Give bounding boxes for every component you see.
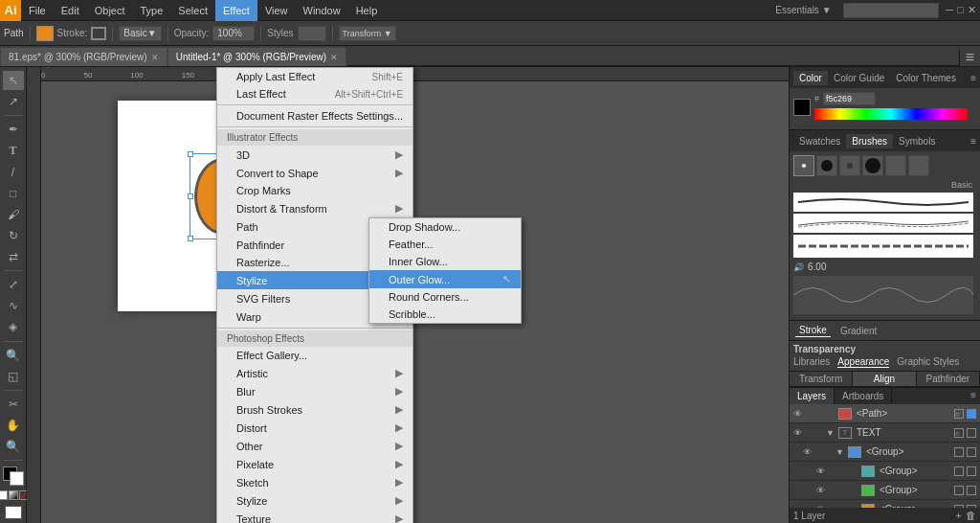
layer-vis-g3[interactable] bbox=[954, 486, 964, 495]
fill-color[interactable] bbox=[36, 26, 54, 41]
gradient-tool[interactable]: ◱ bbox=[3, 367, 24, 386]
scale-tool[interactable]: ⤢ bbox=[3, 275, 24, 294]
scribble[interactable]: Scribble... bbox=[369, 306, 521, 323]
foreground-swatch[interactable] bbox=[793, 99, 811, 116]
effect-convert-to-shape[interactable]: Convert to Shape▶ bbox=[217, 164, 412, 182]
layer-target-text[interactable] bbox=[967, 428, 976, 438]
doc-tab-1[interactable]: 81.eps* @ 300% (RGB/Preview) ✕ bbox=[0, 47, 167, 66]
styles-box[interactable] bbox=[298, 26, 326, 41]
expand-g1[interactable]: ▼ bbox=[835, 447, 845, 457]
align-tab[interactable]: Align bbox=[853, 372, 916, 386]
layer-item-text[interactable]: 👁 ▼ T TEXT ○ bbox=[790, 423, 980, 443]
rect-tool[interactable]: □ bbox=[3, 184, 24, 203]
fill-mode-gradient[interactable] bbox=[9, 490, 18, 500]
eye-icon-path[interactable]: 👁 bbox=[793, 409, 807, 419]
layer-vis-path[interactable]: ○ bbox=[954, 409, 964, 419]
brushes-tab[interactable]: Brushes bbox=[846, 134, 893, 148]
round-corners[interactable]: Round Corners... bbox=[369, 288, 521, 306]
libraries-tab[interactable]: Libraries bbox=[793, 356, 830, 368]
menu-object[interactable]: Object bbox=[87, 0, 133, 21]
close-btn[interactable]: ✕ bbox=[968, 4, 976, 16]
layers-tab[interactable]: Layers bbox=[790, 388, 835, 404]
effect-crop-marks[interactable]: Crop Marks bbox=[217, 182, 412, 199]
effect-stylize-ps[interactable]: Stylize▶ bbox=[217, 491, 412, 510]
options-icon[interactable]: ≡ bbox=[959, 49, 980, 66]
document-raster-effects[interactable]: Document Raster Effects Settings... bbox=[217, 107, 412, 125]
effect-sketch[interactable]: Sketch▶ bbox=[217, 473, 412, 491]
menu-view[interactable]: View bbox=[257, 0, 296, 21]
add-layer-btn[interactable]: + bbox=[956, 510, 962, 521]
effect-blur[interactable]: Blur▶ bbox=[217, 382, 412, 400]
eye-icon-g3[interactable]: 👁 bbox=[816, 486, 830, 495]
effect-other[interactable]: Other▶ bbox=[217, 437, 412, 455]
tab-close-1[interactable]: ✕ bbox=[151, 53, 159, 62]
effect-3d[interactable]: 3D▶ bbox=[217, 146, 412, 164]
search-box[interactable] bbox=[843, 3, 939, 18]
swatches-tab[interactable]: Swatches bbox=[793, 134, 846, 148]
pathfinder-tab[interactable]: Pathfinder bbox=[917, 372, 980, 386]
layer-vis-g1[interactable] bbox=[954, 447, 964, 457]
maximize-btn[interactable]: □ bbox=[957, 4, 964, 16]
selection-tool[interactable]: ↖ bbox=[3, 71, 24, 90]
gradient-tab[interactable]: Gradient bbox=[836, 325, 880, 337]
brush-small[interactable] bbox=[839, 155, 860, 176]
menu-type[interactable]: Type bbox=[133, 0, 171, 21]
layer-item-group2[interactable]: 👁 <Group> bbox=[790, 462, 980, 481]
menu-file[interactable]: File bbox=[21, 0, 54, 21]
stroke-tab[interactable]: Stroke bbox=[795, 324, 831, 337]
effect-gallery[interactable]: Effect Gallery... bbox=[217, 347, 412, 364]
brushes-panel-menu[interactable]: ≡ bbox=[970, 136, 976, 147]
brush-custom-1[interactable] bbox=[885, 155, 906, 176]
layer-item-path[interactable]: 👁 <Path> ○ bbox=[790, 404, 980, 423]
layer-vis-text[interactable]: ○ bbox=[954, 428, 964, 438]
graphic-styles-tab[interactable]: Graphic Styles bbox=[897, 356, 959, 368]
menu-help[interactable]: Help bbox=[348, 0, 386, 21]
tab-close-2[interactable]: ✕ bbox=[330, 53, 338, 62]
menu-edit[interactable]: Edit bbox=[54, 0, 87, 21]
type-tool[interactable]: T bbox=[3, 141, 24, 160]
menu-select[interactable]: Select bbox=[170, 0, 215, 21]
brush-tool[interactable]: 🖌 bbox=[3, 205, 24, 224]
brush-large[interactable] bbox=[862, 155, 883, 176]
layer-target-path[interactable] bbox=[967, 409, 976, 419]
fill-stroke-indicator[interactable] bbox=[3, 466, 24, 486]
menu-window[interactable]: Window bbox=[296, 0, 348, 21]
layer-target-g1[interactable] bbox=[967, 447, 976, 457]
apply-last-effect[interactable]: Apply Last Effect Shift+E bbox=[217, 68, 412, 85]
basic-dropdown[interactable]: Basic ▼ bbox=[119, 26, 161, 41]
drop-shadow[interactable]: Drop Shadow... bbox=[369, 218, 521, 236]
appearance-tab[interactable]: Appearance bbox=[837, 356, 889, 368]
stroke-color[interactable] bbox=[91, 27, 106, 40]
hand-tool[interactable]: ✋ bbox=[3, 416, 24, 435]
inner-glow[interactable]: Inner Glow... bbox=[369, 253, 521, 270]
transform-tab[interactable]: Transform bbox=[790, 372, 853, 386]
layer-vis-g2[interactable] bbox=[954, 466, 964, 476]
expand-text[interactable]: ▼ bbox=[826, 428, 835, 438]
last-effect[interactable]: Last Effect Alt+Shift+Ctrl+E bbox=[217, 85, 412, 102]
layer-target-g2[interactable] bbox=[967, 466, 976, 476]
scissor-tool[interactable]: ✂ bbox=[3, 395, 24, 414]
delete-layer-btn[interactable]: 🗑 bbox=[966, 510, 976, 521]
eye-icon-g1[interactable]: 👁 bbox=[803, 447, 816, 457]
brush-circle[interactable] bbox=[816, 155, 837, 176]
hex-input[interactable]: f5c269 bbox=[823, 92, 876, 105]
eye-icon-text[interactable]: 👁 bbox=[793, 428, 807, 438]
pen-tool[interactable]: ✒ bbox=[3, 120, 24, 139]
color-themes-tab[interactable]: Color Themes bbox=[890, 71, 962, 85]
effect-distort[interactable]: Distort▶ bbox=[217, 419, 412, 437]
fill-mode-solid[interactable] bbox=[0, 490, 8, 500]
layers-menu[interactable]: ≡ bbox=[967, 388, 980, 404]
effect-distort-transform[interactable]: Distort & Transform▶ bbox=[217, 199, 412, 217]
eyedropper-tool[interactable]: 🔍 bbox=[3, 345, 24, 364]
color-guide-tab[interactable]: Color Guide bbox=[828, 71, 890, 85]
layer-target-g3[interactable] bbox=[967, 486, 976, 495]
warp-tool[interactable]: ∿ bbox=[3, 296, 24, 315]
effect-artistic[interactable]: Artistic▶ bbox=[217, 364, 412, 382]
effect-texture[interactable]: Texture▶ bbox=[217, 510, 412, 523]
doc-tab-2[interactable]: Untitled-1* @ 300% (RGB/Preview) ✕ bbox=[167, 47, 346, 66]
brush-custom-2[interactable] bbox=[908, 155, 929, 176]
blend-tool[interactable]: ◈ bbox=[3, 317, 24, 336]
eye-icon-g2[interactable]: 👁 bbox=[816, 466, 830, 476]
layer-item-group3[interactable]: 👁 <Group> bbox=[790, 481, 980, 500]
effect-pixelate[interactable]: Pixelate▶ bbox=[217, 455, 412, 473]
